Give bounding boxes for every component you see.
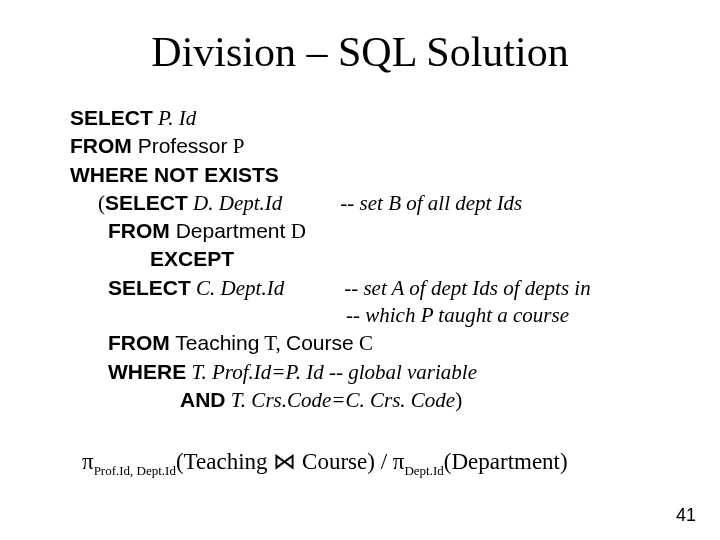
attr-cdeptid: C. Dept.Id xyxy=(191,276,284,300)
sql-line-9: WHERE T. Prof.Id=P. Id -- global variabl… xyxy=(70,358,680,386)
kw-except: EXCEPT xyxy=(150,247,234,270)
tbl-department: Department xyxy=(170,219,286,242)
slide-number: 41 xyxy=(676,505,696,526)
comment-setb: -- set B of all dept Ids xyxy=(340,191,522,215)
sql-line-7b: -- which P taught a course xyxy=(70,302,680,329)
kw-from-inner2: FROM xyxy=(108,331,170,354)
formula-arg1b: Course) / xyxy=(296,449,392,474)
tbl-professor: Professor xyxy=(132,134,228,157)
sql-body: SELECT P. Id FROM Professor P WHERE NOT … xyxy=(70,104,680,414)
comment-seta2: -- which P taught a course xyxy=(346,303,569,327)
paren-open: ( xyxy=(98,191,105,215)
sql-line-8: FROM Teaching T, Course C xyxy=(70,329,680,357)
pi-symbol-1: π xyxy=(82,449,94,474)
formula-arg1: (Teaching xyxy=(176,449,273,474)
tbl-teaching: Teaching xyxy=(170,331,260,354)
join-symbol: ⋈ xyxy=(273,449,296,474)
pi-sub-2: Dept.Id xyxy=(404,463,443,478)
tbl-course: Course xyxy=(286,331,354,354)
mid-comma: T, xyxy=(259,331,286,355)
attr-crscode: T. Crs.Code=C. Crs. Code xyxy=(226,388,456,412)
attr-profid: T. Prof.Id=P. Id xyxy=(186,360,323,384)
slide-title: Division – SQL Solution xyxy=(40,28,680,76)
kw-select: SELECT xyxy=(70,106,153,129)
comment-global: -- global variable xyxy=(324,360,477,384)
kw-select-inner2: SELECT xyxy=(108,276,191,299)
sql-line-6: EXCEPT xyxy=(70,245,680,273)
attr-pid: P. Id xyxy=(153,106,196,130)
sql-line-1: SELECT P. Id xyxy=(70,104,680,132)
paren-close: ) xyxy=(455,388,462,412)
alias-d: D xyxy=(285,219,305,243)
sql-line-7: SELECT C. Dept.Id-- set A of dept Ids of… xyxy=(70,274,680,302)
comment-seta: -- set A of dept Ids of depts in xyxy=(344,276,591,300)
alias-c: C xyxy=(354,331,373,355)
sql-line-2: FROM Professor P xyxy=(70,132,680,160)
sql-line-3: WHERE NOT EXISTS xyxy=(70,161,680,189)
kw-from-inner1: FROM xyxy=(108,219,170,242)
kw-where-inner: WHERE xyxy=(108,360,186,383)
sql-line-4: (SELECT D. Dept.Id-- set B of all dept I… xyxy=(70,189,680,217)
kw-and: AND xyxy=(180,388,226,411)
attr-ddeptid: D. Dept.Id xyxy=(188,191,282,215)
sql-line-10: AND T. Crs.Code=C. Crs. Code) xyxy=(70,386,680,414)
relational-algebra-formula: πProf.Id, Dept.Id(Teaching ⋈ Course) / π… xyxy=(82,448,680,479)
kw-where-not-exists: WHERE NOT EXISTS xyxy=(70,163,279,186)
kw-from: FROM xyxy=(70,134,132,157)
formula-arg2: (Department) xyxy=(444,449,568,474)
kw-select-inner1: SELECT xyxy=(105,191,188,214)
alias-p: P xyxy=(228,134,245,158)
sql-line-5: FROM Department D xyxy=(70,217,680,245)
pi-sub-1: Prof.Id, Dept.Id xyxy=(94,463,176,478)
pi-symbol-2: π xyxy=(393,449,405,474)
